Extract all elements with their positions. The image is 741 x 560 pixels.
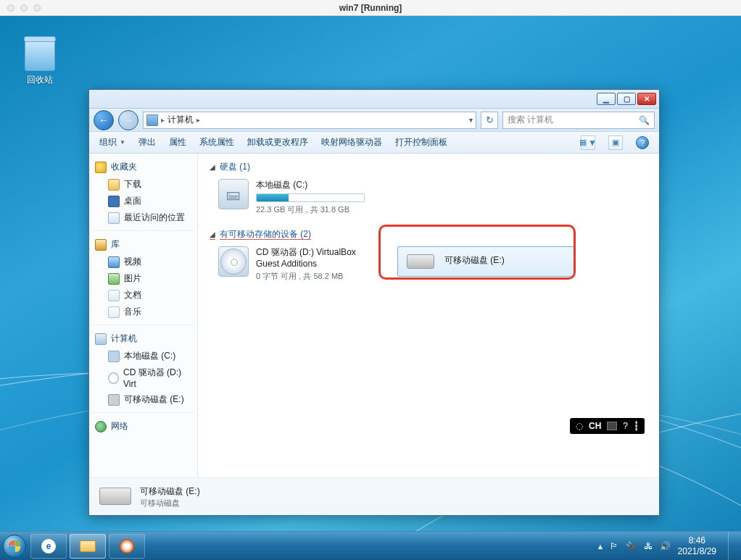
close-button[interactable]: ✕ — [637, 93, 656, 105]
ime-help-icon[interactable]: ? — [623, 421, 628, 431]
sidebar-network-header[interactable]: 网络 — [89, 417, 197, 435]
show-desktop-button[interactable] — [728, 532, 735, 561]
breadcrumb-location[interactable]: 计算机 — [167, 114, 194, 126]
recent-icon — [108, 212, 120, 224]
search-icon: 🔍 — [639, 115, 650, 125]
content-pane[interactable]: ◢ 硬盘 (1) 🖴 本地磁盘 (C:) 22.3 GB 可用 , 共 31.8… — [198, 154, 659, 477]
details-subtitle: 可移动磁盘 — [140, 498, 200, 509]
start-button[interactable] — [0, 532, 29, 561]
sidebar-favorites-header[interactable]: 收藏夹 — [89, 158, 197, 176]
tray-show-hidden-icon[interactable]: ▴ — [598, 541, 603, 551]
toolbar-map-network-button[interactable]: 映射网络驱动器 — [321, 136, 382, 149]
toolbar-eject-button[interactable]: 弹出 — [138, 136, 156, 149]
sidebar-item-videos[interactable]: 视频 — [89, 254, 197, 270]
drive-label: 可移动磁盘 (E:) — [444, 254, 505, 267]
taskbar: e ▴ 🏳 🔌 🖧 🔊 8:46 2021/8/29 — [0, 531, 741, 560]
collapse-icon: ◢ — [210, 163, 215, 171]
toolbar-organize-button[interactable]: 组织▼ — [99, 136, 125, 149]
drive-item-local-c[interactable]: 🖴 本地磁盘 (C:) 22.3 GB 可用 , 共 31.8 GB — [218, 179, 392, 215]
ime-toolbar[interactable]: ◌ CH ? ┇ — [570, 418, 645, 434]
sidebar-item-documents[interactable]: 文档 — [89, 287, 197, 304]
sidebar-item-removable-e[interactable]: 可移动磁盘 (E:) — [89, 391, 197, 408]
clock-date: 2021/8/29 — [678, 546, 716, 556]
refresh-button[interactable]: ↻ — [481, 112, 498, 129]
computer-icon — [146, 114, 158, 126]
drive-item-removable-e[interactable]: 可移动磁盘 (E:) — [397, 246, 575, 277]
recycle-bin-desktop-icon[interactable]: 回收站 — [15, 39, 65, 86]
sidebar-libraries-header[interactable]: 库 — [89, 235, 197, 254]
drive-label: 本地磁盘 (C:) — [256, 179, 392, 191]
tray-network-icon[interactable]: 🖧 — [644, 541, 653, 551]
host-maximize-icon[interactable] — [33, 4, 41, 12]
host-window-controls — [0, 4, 41, 12]
tray-power-icon[interactable]: 🔌 — [626, 541, 637, 551]
host-titlebar: win7 [Running] — [0, 0, 741, 16]
sidebar-item-recent[interactable]: 最近访问的位置 — [89, 209, 197, 226]
desktop-icon — [108, 196, 120, 207]
ime-options-icon[interactable]: ┇ — [634, 421, 639, 431]
recycle-bin-icon — [25, 39, 55, 71]
details-pane: 可移动磁盘 (E:) 可移动磁盘 — [89, 477, 659, 515]
toolbar-properties-button[interactable]: 属性 — [169, 136, 186, 149]
pictures-icon — [108, 273, 120, 285]
taskbar-item-explorer[interactable] — [70, 534, 106, 559]
clock-time: 8:46 — [678, 535, 716, 546]
explorer-body: 收藏夹 下载 桌面 最近访问的位置 库 视频 图片 文档 音乐 计算机 本地磁盘… — [89, 154, 659, 477]
host-minimize-icon[interactable] — [20, 4, 28, 12]
drive-item-cd-d[interactable]: CD 驱动器 (D:) VirtualBox Guest Additions 0… — [218, 246, 381, 282]
recycle-bin-label: 回收站 — [15, 74, 65, 86]
downloads-icon — [108, 179, 120, 191]
group-header-hdd[interactable]: ◢ 硬盘 (1) — [210, 161, 647, 173]
nav-back-button[interactable]: ← — [94, 110, 114, 130]
host-close-icon[interactable] — [7, 4, 15, 12]
ime-keyboard-icon[interactable] — [607, 422, 617, 430]
drive-meta: 22.3 GB 可用 , 共 31.8 GB — [256, 204, 392, 215]
host-window-title: win7 [Running] — [0, 3, 741, 13]
chevron-down-icon: ▼ — [120, 139, 125, 146]
preview-pane-button[interactable]: ▣ — [608, 135, 623, 150]
help-button[interactable]: ? — [636, 136, 649, 149]
toolbar-uninstall-button[interactable]: 卸载或更改程序 — [247, 136, 308, 149]
view-mode-button[interactable]: ▦▼ — [581, 135, 595, 150]
sidebar-item-downloads[interactable]: 下载 — [89, 176, 197, 193]
ime-switch-icon[interactable]: ◌ — [576, 421, 583, 431]
sidebar-item-cd-d[interactable]: CD 驱动器 (D:) Virt — [89, 364, 197, 391]
windows-logo-icon — [3, 535, 26, 558]
minimize-button[interactable]: ▁ — [597, 93, 616, 105]
usb-icon — [108, 394, 120, 406]
toolbar-system-properties-button[interactable]: 系统属性 — [199, 136, 234, 149]
sidebar-computer-header[interactable]: 计算机 — [89, 330, 197, 348]
taskbar-item-media-player[interactable] — [109, 534, 145, 559]
sidebar-item-local-c[interactable]: 本地磁盘 (C:) — [89, 348, 197, 364]
nav-forward-button[interactable]: → — [118, 110, 138, 130]
tray-action-center-icon[interactable]: 🏳 — [610, 541, 618, 551]
ime-language-label[interactable]: CH — [589, 421, 601, 431]
tray-volume-icon[interactable]: 🔊 — [660, 541, 671, 551]
navigation-pane: 收藏夹 下载 桌面 最近访问的位置 库 视频 图片 文档 音乐 计算机 本地磁盘… — [89, 154, 198, 477]
group-header-removable[interactable]: ◢ 有可移动存储的设备 (2) — [210, 228, 647, 241]
taskbar-item-ie[interactable]: e — [30, 534, 67, 559]
sidebar-item-pictures[interactable]: 图片 — [89, 270, 197, 287]
removable-drive-icon — [99, 485, 131, 509]
removable-drive-icon — [407, 254, 434, 269]
sidebar-item-desktop[interactable]: 桌面 — [89, 193, 197, 209]
breadcrumb-dropdown-icon[interactable]: ▾ — [469, 116, 473, 124]
toolbar-control-panel-button[interactable]: 打开控制面板 — [395, 136, 447, 149]
network-icon — [95, 421, 107, 432]
star-icon — [95, 162, 107, 173]
desktop[interactable]: 回收站 ▁ ▢ ✕ ← → ▸ 计算机 ▸ ▾ ↻ 搜索 计算机 🔍 — [0, 16, 741, 531]
computer-icon — [95, 333, 107, 345]
search-input[interactable]: 搜索 计算机 🔍 — [502, 112, 655, 129]
window-chrome: ▁ ▢ ✕ — [89, 90, 659, 109]
maximize-button[interactable]: ▢ — [617, 93, 636, 105]
explorer-window: ▁ ▢ ✕ ← → ▸ 计算机 ▸ ▾ ↻ 搜索 计算机 🔍 组织▼ 弹出 属性 — [88, 89, 660, 516]
media-player-icon — [120, 539, 134, 553]
documents-icon — [108, 290, 120, 301]
sidebar-item-music[interactable]: 音乐 — [89, 304, 197, 320]
cd-icon — [108, 372, 119, 384]
breadcrumb[interactable]: ▸ 计算机 ▸ ▾ — [143, 112, 476, 129]
breadcrumb-separator-icon: ▸ — [196, 116, 200, 124]
tray-clock[interactable]: 8:46 2021/8/29 — [678, 535, 716, 556]
cd-drive-icon — [218, 246, 249, 277]
music-icon — [108, 306, 120, 318]
